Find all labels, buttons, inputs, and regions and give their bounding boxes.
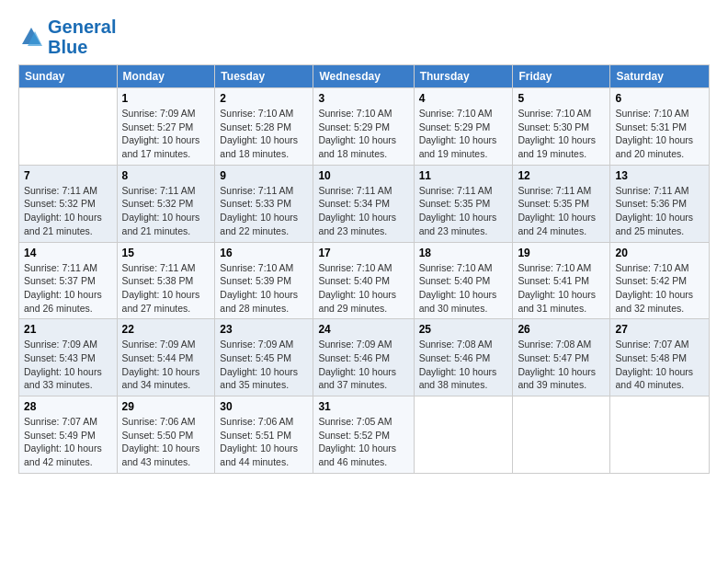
day-number: 17 [318, 247, 408, 259]
day-number: 20 [615, 247, 704, 259]
day-info: Sunrise: 7:11 AMSunset: 5:32 PMDaylight:… [122, 185, 200, 236]
logo-icon [18, 24, 44, 50]
calendar-cell: 5 Sunrise: 7:10 AMSunset: 5:30 PMDayligh… [513, 88, 610, 166]
calendar-cell: 18 Sunrise: 7:10 AMSunset: 5:40 PMDaylig… [414, 242, 513, 319]
calendar-cell: 1 Sunrise: 7:09 AMSunset: 5:27 PMDayligh… [117, 88, 215, 166]
day-number: 10 [318, 169, 408, 182]
calendar-cell: 24 Sunrise: 7:09 AMSunset: 5:46 PMDaylig… [313, 319, 414, 396]
day-number: 21 [24, 323, 112, 336]
day-info: Sunrise: 7:10 AMSunset: 5:39 PMDaylight:… [220, 262, 298, 314]
calendar-cell: 13 Sunrise: 7:11 AMSunset: 5:36 PMDaylig… [610, 165, 710, 242]
calendar-cell: 30 Sunrise: 7:06 AMSunset: 5:51 PMDaylig… [215, 396, 313, 474]
calendar-cell: 17 Sunrise: 7:10 AMSunset: 5:40 PMDaylig… [313, 242, 414, 319]
day-info: Sunrise: 7:10 AMSunset: 5:31 PMDaylight:… [615, 108, 693, 159]
day-info: Sunrise: 7:08 AMSunset: 5:46 PMDaylight:… [419, 339, 497, 390]
calendar-cell: 15 Sunrise: 7:11 AMSunset: 5:38 PMDaylig… [117, 242, 215, 319]
day-info: Sunrise: 7:10 AMSunset: 5:42 PMDaylight:… [615, 262, 693, 314]
calendar-cell: 28 Sunrise: 7:07 AMSunset: 5:49 PMDaylig… [19, 396, 118, 474]
day-info: Sunrise: 7:10 AMSunset: 5:29 PMDaylight:… [318, 108, 396, 159]
calendar-cell [414, 396, 513, 474]
week-row-2: 7 Sunrise: 7:11 AMSunset: 5:32 PMDayligh… [19, 165, 710, 242]
week-row-5: 28 Sunrise: 7:07 AMSunset: 5:49 PMDaylig… [19, 396, 710, 474]
day-number: 15 [122, 247, 210, 259]
day-info: Sunrise: 7:11 AMSunset: 5:32 PMDaylight:… [24, 185, 102, 236]
day-number: 24 [318, 323, 408, 336]
day-number: 26 [518, 323, 605, 336]
logo: General Blue [18, 17, 116, 57]
day-header-sunday: Sunday [19, 65, 118, 88]
day-info: Sunrise: 7:10 AMSunset: 5:41 PMDaylight:… [518, 262, 596, 314]
day-info: Sunrise: 7:10 AMSunset: 5:40 PMDaylight:… [419, 262, 497, 314]
day-info: Sunrise: 7:07 AMSunset: 5:48 PMDaylight:… [615, 339, 693, 390]
day-info: Sunrise: 7:11 AMSunset: 5:37 PMDaylight:… [24, 262, 102, 314]
calendar-cell: 14 Sunrise: 7:11 AMSunset: 5:37 PMDaylig… [19, 242, 118, 319]
calendar-cell: 2 Sunrise: 7:10 AMSunset: 5:28 PMDayligh… [215, 88, 313, 166]
calendar-cell: 16 Sunrise: 7:10 AMSunset: 5:39 PMDaylig… [215, 242, 313, 319]
day-info: Sunrise: 7:09 AMSunset: 5:46 PMDaylight:… [318, 339, 396, 390]
calendar-cell: 11 Sunrise: 7:11 AMSunset: 5:35 PMDaylig… [414, 165, 513, 242]
day-info: Sunrise: 7:09 AMSunset: 5:27 PMDaylight:… [122, 108, 200, 159]
day-number: 5 [518, 92, 605, 105]
calendar-cell [19, 88, 118, 166]
calendar-cell: 7 Sunrise: 7:11 AMSunset: 5:32 PMDayligh… [19, 165, 118, 242]
day-number: 4 [419, 92, 508, 105]
day-header-wednesday: Wednesday [313, 65, 414, 88]
day-info: Sunrise: 7:09 AMSunset: 5:44 PMDaylight:… [122, 339, 200, 390]
week-row-1: 1 Sunrise: 7:09 AMSunset: 5:27 PMDayligh… [19, 88, 710, 166]
day-number: 8 [122, 169, 210, 182]
calendar-cell: 9 Sunrise: 7:11 AMSunset: 5:33 PMDayligh… [215, 165, 313, 242]
day-info: Sunrise: 7:11 AMSunset: 5:35 PMDaylight:… [419, 185, 497, 236]
day-number: 12 [518, 169, 605, 182]
header-row: SundayMondayTuesdayWednesdayThursdayFrid… [19, 65, 710, 88]
day-number: 11 [419, 169, 508, 182]
calendar-table: SundayMondayTuesdayWednesdayThursdayFrid… [18, 64, 710, 474]
day-number: 1 [122, 92, 210, 105]
day-info: Sunrise: 7:11 AMSunset: 5:34 PMDaylight:… [318, 185, 396, 236]
calendar-cell: 25 Sunrise: 7:08 AMSunset: 5:46 PMDaylig… [414, 319, 513, 396]
day-info: Sunrise: 7:07 AMSunset: 5:49 PMDaylight:… [24, 416, 102, 467]
calendar-cell: 20 Sunrise: 7:10 AMSunset: 5:42 PMDaylig… [610, 242, 710, 319]
calendar-cell: 3 Sunrise: 7:10 AMSunset: 5:29 PMDayligh… [313, 88, 414, 166]
day-number: 9 [220, 169, 308, 182]
calendar-cell: 12 Sunrise: 7:11 AMSunset: 5:35 PMDaylig… [513, 165, 610, 242]
day-number: 16 [220, 247, 308, 259]
day-info: Sunrise: 7:06 AMSunset: 5:51 PMDaylight:… [220, 416, 298, 467]
calendar-cell: 19 Sunrise: 7:10 AMSunset: 5:41 PMDaylig… [513, 242, 610, 319]
day-number: 14 [24, 247, 112, 259]
logo-line1: General [48, 17, 116, 37]
day-header-monday: Monday [117, 65, 215, 88]
day-info: Sunrise: 7:11 AMSunset: 5:36 PMDaylight:… [615, 185, 693, 236]
day-info: Sunrise: 7:09 AMSunset: 5:45 PMDaylight:… [220, 339, 298, 390]
calendar-cell: 10 Sunrise: 7:11 AMSunset: 5:34 PMDaylig… [313, 165, 414, 242]
day-number: 18 [419, 247, 508, 259]
calendar-cell: 4 Sunrise: 7:10 AMSunset: 5:29 PMDayligh… [414, 88, 513, 166]
day-header-saturday: Saturday [610, 65, 710, 88]
calendar-cell: 31 Sunrise: 7:05 AMSunset: 5:52 PMDaylig… [313, 396, 414, 474]
calendar-cell: 27 Sunrise: 7:07 AMSunset: 5:48 PMDaylig… [610, 319, 710, 396]
calendar-cell: 29 Sunrise: 7:06 AMSunset: 5:50 PMDaylig… [117, 396, 215, 474]
calendar-cell: 6 Sunrise: 7:10 AMSunset: 5:31 PMDayligh… [610, 88, 710, 166]
day-number: 27 [615, 323, 704, 336]
day-info: Sunrise: 7:06 AMSunset: 5:50 PMDaylight:… [122, 416, 200, 467]
week-row-4: 21 Sunrise: 7:09 AMSunset: 5:43 PMDaylig… [19, 319, 710, 396]
header: General Blue [18, 17, 710, 57]
calendar-cell: 22 Sunrise: 7:09 AMSunset: 5:44 PMDaylig… [117, 319, 215, 396]
calendar-cell: 23 Sunrise: 7:09 AMSunset: 5:45 PMDaylig… [215, 319, 313, 396]
day-number: 23 [220, 323, 308, 336]
day-number: 28 [24, 400, 112, 413]
day-info: Sunrise: 7:11 AMSunset: 5:35 PMDaylight:… [518, 185, 596, 236]
logo-line2: Blue [48, 37, 87, 57]
day-number: 2 [220, 92, 308, 105]
day-number: 31 [318, 400, 408, 413]
day-info: Sunrise: 7:10 AMSunset: 5:29 PMDaylight:… [419, 108, 497, 159]
day-number: 22 [122, 323, 210, 336]
day-number: 3 [318, 92, 408, 105]
day-info: Sunrise: 7:08 AMSunset: 5:47 PMDaylight:… [518, 339, 596, 390]
day-info: Sunrise: 7:10 AMSunset: 5:30 PMDaylight:… [518, 108, 596, 159]
day-number: 13 [615, 169, 704, 182]
day-info: Sunrise: 7:05 AMSunset: 5:52 PMDaylight:… [318, 416, 396, 467]
calendar-cell: 21 Sunrise: 7:09 AMSunset: 5:43 PMDaylig… [19, 319, 118, 396]
day-header-tuesday: Tuesday [215, 65, 313, 88]
day-header-friday: Friday [513, 65, 610, 88]
day-info: Sunrise: 7:11 AMSunset: 5:33 PMDaylight:… [220, 185, 298, 236]
